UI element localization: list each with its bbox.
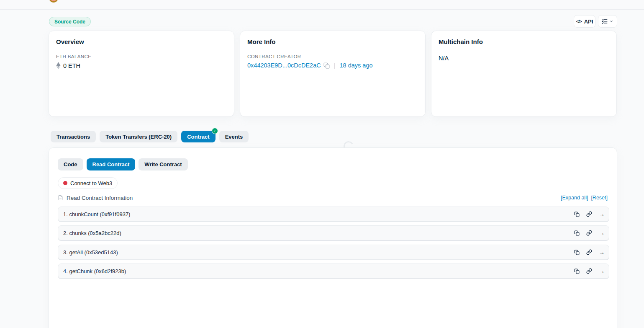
method-row-getchunk[interactable]: 4. getChunk (0x6d2f923b) → bbox=[58, 263, 609, 279]
contract-subtabs: Code Read Contract Write Contract bbox=[58, 158, 188, 170]
tab-events[interactable]: Events bbox=[219, 131, 249, 142]
arrow-right-icon: → bbox=[599, 249, 605, 255]
subtab-code[interactable]: Code bbox=[58, 158, 83, 170]
list-check-icon bbox=[602, 18, 608, 24]
api-button-label: API bbox=[584, 18, 593, 25]
arrow-right-icon: → bbox=[599, 211, 605, 217]
more-info-card: More Info CONTRACT CREATOR 0x44203E9D...… bbox=[240, 31, 426, 117]
more-info-title: More Info bbox=[247, 38, 418, 45]
permalink-icon[interactable] bbox=[586, 268, 592, 274]
copy-method-icon[interactable] bbox=[574, 230, 580, 236]
section-title: Read Contract Information bbox=[67, 195, 133, 201]
permalink-icon[interactable] bbox=[586, 211, 592, 217]
permalink-icon[interactable] bbox=[586, 230, 592, 236]
subtab-write-contract[interactable]: Write Contract bbox=[139, 158, 187, 170]
copy-method-icon[interactable] bbox=[574, 269, 580, 274]
query-arrow-icon[interactable]: → bbox=[599, 230, 605, 236]
method-label: 2. chunks (0x5a2bc22d) bbox=[63, 230, 121, 236]
arrow-right-icon: → bbox=[599, 230, 605, 236]
multichain-info-card: Multichain Info N/A bbox=[431, 31, 617, 117]
contract-panel: Code Read Contract Write Contract Connec… bbox=[49, 147, 617, 328]
disconnected-dot-icon bbox=[63, 181, 67, 185]
method-label: 3. getAll (0x53ed5143) bbox=[63, 249, 118, 256]
copy-address-button[interactable] bbox=[323, 62, 330, 69]
document-icon bbox=[58, 195, 63, 201]
copy-method-icon[interactable] bbox=[574, 212, 580, 217]
creation-age-link[interactable]: 18 days ago bbox=[340, 62, 373, 69]
overview-card: Overview ETH BALANCE 0 ETH bbox=[49, 31, 234, 117]
permalink-icon[interactable] bbox=[586, 249, 592, 255]
contract-avatar bbox=[49, 0, 58, 3]
tab-transactions[interactable]: Transactions bbox=[51, 131, 96, 142]
tab-token-transfers[interactable]: Token Transfers (ERC-20) bbox=[100, 131, 177, 142]
multichain-title: Multichain Info bbox=[439, 38, 609, 45]
method-label: 4. getChunk (0x6d2f923b) bbox=[63, 268, 126, 274]
copy-method-icon[interactable] bbox=[574, 250, 580, 255]
query-arrow-icon[interactable]: → bbox=[599, 211, 605, 217]
multichain-value: N/A bbox=[439, 55, 609, 62]
source-code-badge: Source Code bbox=[49, 17, 91, 26]
verified-check-icon: ✓ bbox=[212, 128, 218, 134]
overview-title: Overview bbox=[56, 38, 227, 45]
method-row-chunkcount[interactable]: 1. chunkCount (0xf91f0937) → bbox=[58, 207, 609, 222]
contract-creator-label: CONTRACT CREATOR bbox=[247, 54, 418, 59]
eth-balance-label: ETH BALANCE bbox=[56, 54, 227, 59]
arrow-right-icon: → bbox=[599, 268, 605, 274]
query-arrow-icon[interactable]: → bbox=[599, 249, 605, 255]
connect-to-web3-button[interactable]: Connect to Web3 bbox=[58, 177, 118, 189]
tab-contract[interactable]: Contract ✓ bbox=[181, 131, 215, 142]
eth-balance-value: 0 ETH bbox=[63, 62, 80, 69]
method-label: 1. chunkCount (0xf91f0937) bbox=[63, 211, 130, 217]
tab-contract-label: Contract bbox=[187, 134, 209, 140]
ethereum-icon bbox=[56, 62, 61, 69]
view-options-button[interactable] bbox=[598, 15, 617, 28]
code-icon: </> bbox=[576, 19, 582, 24]
separator: | bbox=[334, 62, 336, 69]
contract-creator-address-link[interactable]: 0x44203E9D...0cDcDE2aC bbox=[247, 62, 321, 69]
chevron-down-icon bbox=[609, 19, 613, 23]
reset-link[interactable]: [Reset] bbox=[591, 195, 608, 201]
method-row-getall[interactable]: 3. getAll (0x53ed5143) → bbox=[58, 245, 609, 260]
query-arrow-icon[interactable]: → bbox=[599, 268, 605, 274]
address-tabs: Transactions Token Transfers (ERC-20) Co… bbox=[51, 131, 249, 142]
expand-all-link[interactable]: [Expand all] bbox=[561, 195, 588, 201]
read-contract-section-header: Read Contract Information [Expand all] [… bbox=[58, 194, 608, 201]
api-button[interactable]: </> API bbox=[574, 15, 595, 28]
subtab-read-contract[interactable]: Read Contract bbox=[87, 158, 136, 170]
connect-to-web3-label: Connect to Web3 bbox=[70, 180, 112, 186]
method-row-chunks[interactable]: 2. chunks (0x5a2bc22d) → bbox=[58, 225, 609, 240]
header-divider bbox=[0, 9, 644, 10]
